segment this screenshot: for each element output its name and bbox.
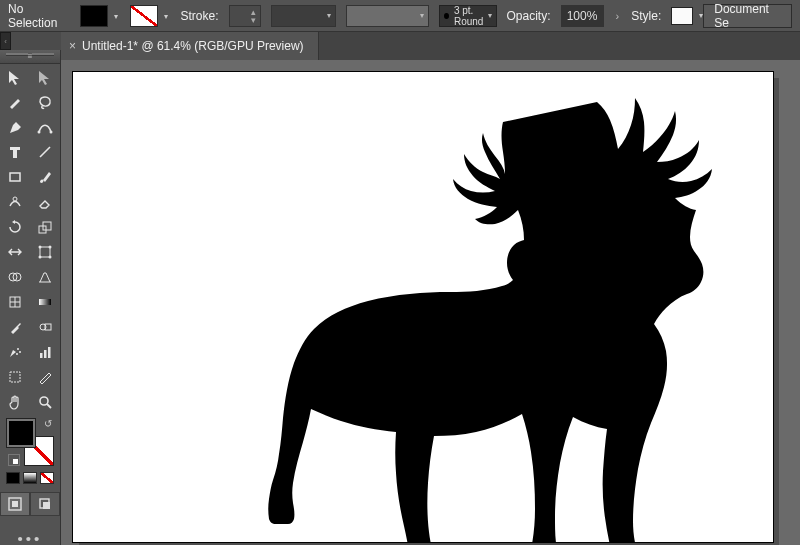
document-tab[interactable]: × Untitled-1* @ 61.4% (RGB/GPU Preview) — [61, 32, 319, 60]
document-area — [61, 60, 800, 545]
fill-color-swatch[interactable] — [6, 418, 36, 448]
color-mode-none[interactable] — [40, 472, 54, 484]
panel-expand-button[interactable]: ‹ — [0, 32, 11, 50]
hand-tool[interactable] — [0, 389, 30, 414]
magic-wand-tool[interactable] — [0, 89, 30, 114]
color-mode-solid[interactable] — [6, 472, 20, 484]
svg-rect-6 — [40, 247, 50, 257]
draw-behind-button[interactable] — [30, 492, 60, 516]
tool-grid — [0, 64, 60, 414]
svg-point-18 — [19, 351, 21, 353]
brush-definition-dropdown[interactable]: ▾ — [346, 5, 429, 27]
gradient-tool[interactable] — [30, 289, 60, 314]
rotate-tool[interactable] — [0, 214, 30, 239]
svg-point-24 — [40, 397, 48, 405]
swap-fill-stroke-icon[interactable]: ↺ — [44, 418, 52, 429]
svg-rect-26 — [12, 501, 18, 507]
curvature-tool[interactable] — [30, 114, 60, 139]
selection-status: No Selection — [8, 2, 70, 30]
shaper-tool[interactable] — [0, 189, 30, 214]
draw-mode-row — [0, 492, 60, 516]
fill-stroke-control[interactable]: ↺ — [6, 418, 54, 466]
opacity-more-icon[interactable]: › — [614, 10, 622, 22]
svg-rect-23 — [10, 372, 20, 382]
symbol-sprayer-tool[interactable] — [0, 339, 30, 364]
stroke-weight-field[interactable]: ▴▾ — [229, 5, 261, 27]
svg-rect-14 — [39, 299, 51, 305]
line-segment-tool[interactable] — [30, 139, 60, 164]
width-tool[interactable] — [0, 239, 30, 264]
svg-point-3 — [13, 197, 17, 201]
svg-point-19 — [16, 353, 18, 355]
artboard[interactable] — [73, 72, 773, 542]
color-mode-gradient[interactable] — [23, 472, 37, 484]
svg-point-7 — [39, 245, 42, 248]
document-title: Untitled-1* @ 61.4% (RGB/GPU Preview) — [82, 39, 304, 53]
color-mode-row — [0, 472, 60, 486]
svg-rect-22 — [48, 347, 51, 358]
svg-point-9 — [39, 255, 42, 258]
fill-swatch-icon: ▾ — [80, 5, 108, 27]
close-tab-icon[interactable]: × — [69, 39, 76, 53]
svg-point-1 — [50, 130, 53, 133]
svg-rect-21 — [44, 350, 47, 358]
perspective-grid-tool[interactable] — [30, 264, 60, 289]
zoom-tool[interactable] — [30, 389, 60, 414]
column-graph-tool[interactable] — [30, 339, 60, 364]
edit-toolbar-button[interactable]: ••• — [0, 530, 60, 545]
control-bar: No Selection ▾ ▾ Stroke: ▴▾ ▾ ▾ 3 pt. Ro… — [0, 0, 800, 32]
document-setup-button[interactable]: Document Se — [703, 4, 792, 28]
opacity-label: Opacity: — [507, 9, 551, 23]
style-swatch-icon: ▾ — [671, 7, 693, 25]
style-label: Style: — [631, 9, 661, 23]
svg-point-17 — [17, 348, 19, 350]
stroke-profile-dropdown[interactable]: ▾ — [271, 5, 336, 27]
default-fill-stroke-icon[interactable] — [8, 454, 20, 466]
direct-selection-tool[interactable] — [30, 64, 60, 89]
brush-preset-dropdown[interactable]: 3 pt. Round ▾ — [439, 5, 496, 27]
shape-builder-tool[interactable] — [0, 264, 30, 289]
scale-tool[interactable] — [30, 214, 60, 239]
blend-tool[interactable] — [30, 314, 60, 339]
slice-tool[interactable] — [30, 364, 60, 389]
tool-panel: ≡ ↺ ••• — [0, 50, 61, 545]
brush-dot-icon — [444, 13, 449, 19]
graphic-style-dropdown[interactable]: ▾ — [671, 7, 693, 25]
draw-normal-button[interactable] — [0, 492, 30, 516]
deer-silhouette-icon — [73, 72, 773, 542]
tool-panel-grip[interactable]: ≡ — [0, 50, 60, 64]
fill-swatch-dropdown[interactable]: ▾ — [80, 5, 108, 27]
svg-point-0 — [38, 130, 41, 133]
svg-rect-2 — [10, 173, 20, 181]
mesh-tool[interactable] — [0, 289, 30, 314]
rectangle-tool[interactable] — [0, 164, 30, 189]
svg-point-8 — [49, 245, 52, 248]
svg-rect-20 — [40, 353, 43, 358]
pen-tool[interactable] — [0, 114, 30, 139]
stroke-label: Stroke: — [180, 9, 218, 23]
eraser-tool[interactable] — [30, 189, 60, 214]
selection-tool[interactable] — [0, 64, 30, 89]
no-stroke-icon: ▾ — [130, 5, 158, 27]
paintbrush-tool[interactable] — [30, 164, 60, 189]
svg-point-10 — [49, 255, 52, 258]
free-transform-tool[interactable] — [30, 239, 60, 264]
lasso-tool[interactable] — [30, 89, 60, 114]
document-tab-bar: × Untitled-1* @ 61.4% (RGB/GPU Preview) — [61, 32, 800, 60]
eyedropper-tool[interactable] — [0, 314, 30, 339]
stroke-swatch-dropdown[interactable]: ▾ — [130, 5, 158, 27]
svg-rect-28 — [43, 502, 50, 509]
artboard-tool[interactable] — [0, 364, 30, 389]
type-tool[interactable] — [0, 139, 30, 164]
opacity-field[interactable]: 100% — [561, 5, 604, 27]
